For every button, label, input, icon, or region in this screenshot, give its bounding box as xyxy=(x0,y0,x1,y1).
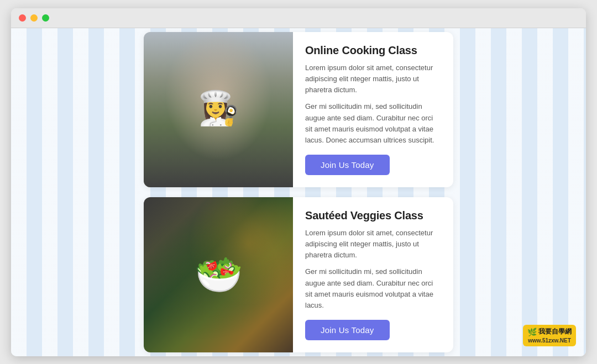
card-body-veggies: Sautéed Veggies Class Lorem ipsum dolor … xyxy=(293,197,453,352)
watermark: 🌿 我要自學網 www.51zxw.NET xyxy=(523,325,576,346)
page-content: Online Cooking Class Lorem ipsum dolor s… xyxy=(11,28,586,356)
traffic-light-yellow[interactable] xyxy=(30,14,38,22)
card-title-veggies: Sautéed Veggies Class xyxy=(305,209,440,222)
cooking-image xyxy=(144,32,293,187)
traffic-light-green[interactable] xyxy=(42,14,49,22)
card-veggies: Sautéed Veggies Class Lorem ipsum dolor … xyxy=(144,197,453,352)
card-desc2-cooking: Ger mi sollicitudin mi, sed sollicitudin… xyxy=(305,101,440,146)
card-desc1-veggies: Lorem ipsum dolor sit amet, consectetur … xyxy=(305,228,440,261)
browser-titlebar xyxy=(11,8,586,28)
veggies-image xyxy=(144,197,293,352)
watermark-text: 我要自學網 xyxy=(538,328,572,336)
watermark-icon: 🌿 xyxy=(527,327,537,337)
cards-container: Online Cooking Class Lorem ipsum dolor s… xyxy=(144,32,453,352)
card-desc2-veggies: Ger mi sollicitudin mi, sed sollicitudin… xyxy=(305,266,440,311)
join-button-cooking[interactable]: Join Us Today xyxy=(305,155,390,175)
watermark-top: 🌿 我要自學網 xyxy=(527,327,572,337)
card-cooking: Online Cooking Class Lorem ipsum dolor s… xyxy=(144,32,453,187)
traffic-light-red[interactable] xyxy=(19,14,26,22)
card-image-veggies xyxy=(144,197,293,352)
page-wrapper: Online Cooking Class Lorem ipsum dolor s… xyxy=(11,8,586,356)
card-desc1-cooking: Lorem ipsum dolor sit amet, consectetur … xyxy=(305,62,440,96)
card-image-cooking xyxy=(144,32,293,187)
card-title-cooking: Online Cooking Class xyxy=(305,44,440,57)
card-body-cooking: Online Cooking Class Lorem ipsum dolor s… xyxy=(293,32,453,187)
browser-window: Online Cooking Class Lorem ipsum dolor s… xyxy=(11,8,586,356)
watermark-url: www.51zxw.NET xyxy=(528,337,571,344)
join-button-veggies[interactable]: Join Us Today xyxy=(305,320,390,340)
